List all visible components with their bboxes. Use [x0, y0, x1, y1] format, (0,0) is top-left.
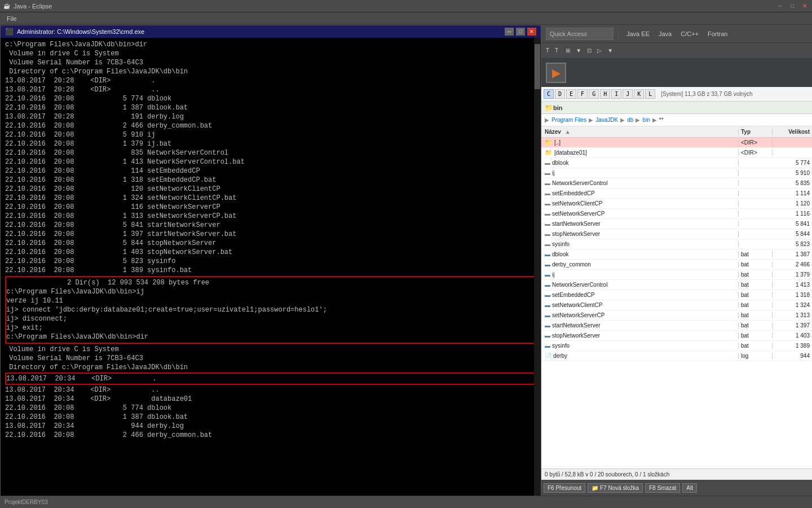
list-item[interactable]: ▬stopNetworkServer5 844	[541, 229, 812, 239]
path-part-2[interactable]: db	[627, 117, 633, 123]
list-item[interactable]: ▬setEmbeddedCP1 114	[541, 189, 812, 199]
fm-path-bar: ▶ Program Files ▶ JavaJDK ▶ db ▶ bin ▶ *…	[541, 114, 812, 126]
col-name-label: Název	[545, 129, 561, 135]
path-part-1[interactable]: JavaJDK	[595, 117, 618, 123]
cmd-line: 22.10.2016 20:08 1 413 NetworkServerCont…	[5, 157, 536, 167]
cmd-line: verze ij 10.11	[6, 296, 535, 305]
list-item[interactable]: ▬sysinfo5 823	[541, 239, 812, 249]
path-part-3[interactable]: bin	[642, 117, 650, 123]
cmd-scrollbar-thumb[interactable]	[535, 44, 540, 89]
eclipse-project-icon: ▶	[546, 63, 566, 83]
list-item[interactable]: ▬ij5 910	[541, 168, 812, 178]
alt-button[interactable]: Alt	[682, 483, 697, 493]
list-item[interactable]: ▬setNetworkServerCP1 116	[541, 209, 812, 219]
f7-new-folder-button[interactable]: 📁 F7 Nová složka	[588, 483, 643, 493]
toolbar-btn-java[interactable]: Java	[655, 29, 675, 38]
list-item[interactable]: ▬startNetworkServerbat1 397	[541, 321, 812, 331]
list-item[interactable]: ▬setNetworkServerCPbat1 313	[541, 310, 812, 321]
list-item[interactable]: 📄derbylog944	[541, 351, 812, 361]
cmd-line: 22.10.2016 20:08 5 774 dblook	[5, 94, 536, 103]
list-item[interactable]: ▬dblook5 774	[541, 158, 812, 168]
toolbar-icon4[interactable]: ▷	[595, 46, 604, 55]
cmd-scrollbar[interactable]	[534, 38, 541, 508]
fm-file-list[interactable]: 📁[..]<DIR>📁[databaze01]<DIR>▬dblook5 774…	[541, 138, 812, 468]
cmd-line: Volume in drive C is System	[5, 49, 536, 58]
fm-current-folder: 📁 bin	[541, 102, 812, 114]
drive-j-button[interactable]: J	[623, 89, 633, 99]
col-header-size[interactable]: Velikost	[773, 129, 812, 135]
cmd-line: ij> connect 'jdbc:derby:databaze01;creat…	[6, 305, 535, 314]
cmd-content-area[interactable]: c:\Program Files\JavaJDK\db\bin>dir Volu…	[1, 38, 541, 508]
drive-d-button[interactable]: D	[555, 89, 565, 99]
drive-h-button[interactable]: H	[600, 89, 610, 99]
menu-file[interactable]: File	[2, 14, 21, 23]
list-item[interactable]: ▬startNetworkServer5 841	[541, 219, 812, 229]
cmd-line: 13.08.2017 20:34 <DIR> .	[6, 374, 535, 383]
eclipse-logo-icon: ☕	[3, 3, 10, 9]
disk-label: [System]	[661, 91, 683, 97]
list-item[interactable]: ▬NetworkServerControlbat1 413	[541, 280, 812, 290]
cmd-line: 22.10.2016 20:08 1 387 dblook.bat	[5, 103, 536, 112]
col-header-type[interactable]: Typ	[739, 129, 773, 135]
cmd-line: 22.10.2016 20:08 1 397 startNetworkServe…	[5, 230, 536, 239]
cmd-line: 22.10.2016 20:08 5 774 dblook	[5, 404, 536, 413]
eclipse-titlebar: ☕ Java - Eclipse ─ □ ✕	[0, 0, 812, 12]
cmd-line: 22.10.2016 20:08 5 910 ij	[5, 130, 536, 139]
cmd-maximize-button[interactable]: □	[516, 28, 525, 36]
cmd-line: 22.10.2016 20:08 2 466 derby_common.bat	[5, 431, 536, 440]
list-item[interactable]: ▬setNetworkClientCP1 120	[541, 199, 812, 209]
list-item[interactable]: ▬setNetworkClientCPbat1 324	[541, 300, 812, 310]
toolbar-icon5[interactable]: ▼	[605, 46, 615, 55]
fm-drives-bar: C D E F G H I J K L [System] 11,3 GB z 3…	[541, 87, 812, 102]
toolbar-icon3[interactable]: ⊡	[585, 46, 594, 55]
drive-info: [System] 11,3 GB z 33,7 GB volných	[661, 91, 752, 97]
status-bar-text: ProjektDERBY03	[5, 499, 48, 505]
cmd-line: Volume Serial Number is 7CB3-64C3	[5, 58, 536, 67]
text-editor-toolbar: T T ⊞ ▼ ⊡ ▷ ▼	[544, 46, 615, 55]
list-item[interactable]: ▬derby_commonbat2 466	[541, 260, 812, 270]
drive-g-button[interactable]: G	[589, 89, 599, 99]
drive-e-button[interactable]: E	[566, 89, 576, 99]
restore-button[interactable]: □	[788, 2, 796, 10]
toolbar-btn-fortran[interactable]: Fortran	[704, 29, 731, 38]
toolbar-btn-cpp[interactable]: C/C++	[677, 29, 702, 38]
quick-access-input[interactable]: Quick Access	[546, 28, 614, 40]
folder-new-icon: 📁	[592, 485, 598, 491]
list-item[interactable]: ▬NetworkServerControl5 835	[541, 178, 812, 189]
list-item[interactable]: 📁[databaze01]<DIR>	[541, 148, 812, 158]
list-item[interactable]: ▬sysinfobat1 389	[541, 341, 812, 351]
cmd-line: 22.10.2016 20:08 2 466 derby_common.bat	[5, 121, 536, 130]
toolbar-separator	[618, 28, 619, 40]
list-item[interactable]: ▬setEmbeddedCPbat1 318	[541, 290, 812, 300]
drive-i-button[interactable]: I	[611, 89, 621, 99]
cmd-close-button[interactable]: ✕	[527, 28, 536, 36]
list-item[interactable]: ▬dblookbat1 387	[541, 249, 812, 260]
toolbar-icon2[interactable]: ▼	[573, 46, 584, 55]
drive-k-button[interactable]: K	[634, 89, 644, 99]
list-item[interactable]: ▬ijbat1 379	[541, 270, 812, 280]
f8-delete-button[interactable]: F8 Smazat	[645, 483, 680, 493]
f6-move-button[interactable]: F6 Přesunout	[544, 483, 585, 493]
cmd-line: 13.08.2017 20:34 <DIR> databaze01	[5, 395, 536, 404]
cmd-minimize-button[interactable]: ─	[505, 28, 514, 36]
eclipse-menubar: File	[0, 12, 812, 25]
close-button[interactable]: ✕	[801, 2, 809, 10]
drive-c-button[interactable]: C	[544, 89, 554, 99]
list-item[interactable]: 📁[..]<DIR>	[541, 138, 812, 148]
cmd-window: ⬛ Administrator: C:\Windows\System32\cmd…	[0, 25, 541, 508]
cmd-line: 13.08.2017 20:28 <DIR> .	[5, 76, 536, 85]
toolbar-text2-icon: T	[553, 46, 561, 55]
f7-label: F7 Nová složka	[600, 485, 639, 491]
toolbar-icon1[interactable]: ⊞	[563, 46, 572, 55]
drive-f-button[interactable]: F	[577, 89, 588, 99]
f8-label: F8 Smazat	[649, 485, 676, 491]
toolbar-btn-java-ee[interactable]: Java EE	[623, 29, 653, 38]
list-item[interactable]: ▬stopNetworkServerbat1 403	[541, 331, 812, 341]
minimize-button[interactable]: ─	[776, 2, 784, 10]
eclipse-secondary-toolbar: T T ⊞ ▼ ⊡ ▷ ▼	[541, 43, 812, 59]
col-header-name[interactable]: Název ▲	[541, 129, 739, 135]
path-sep-3: ▶	[636, 117, 640, 123]
f6-label: F6 Přesunout	[548, 485, 581, 491]
path-part-0[interactable]: Program Files	[551, 117, 586, 123]
drive-l-button[interactable]: L	[645, 89, 655, 99]
